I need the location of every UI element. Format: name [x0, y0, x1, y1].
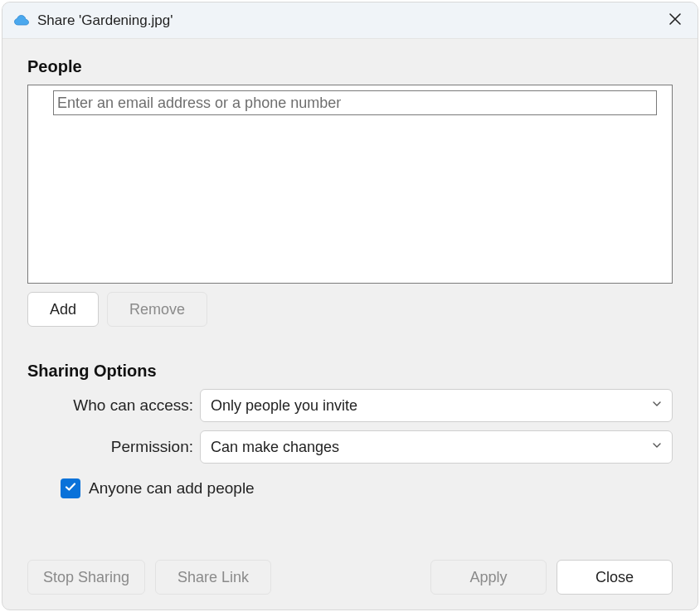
anyone-can-add-checkbox[interactable]: [61, 478, 80, 498]
check-icon: [64, 480, 77, 497]
sharing-options-section: Sharing Options Who can access: Only peo…: [27, 362, 673, 498]
footer-spacer: [281, 560, 420, 595]
permission-select-wrap: Can make changes: [200, 430, 673, 464]
who-can-access-label: Who can access:: [27, 396, 200, 415]
people-buttons-row: Add Remove: [27, 292, 673, 327]
anyone-can-add-label: Anyone can add people: [89, 479, 255, 498]
who-can-access-select[interactable]: Only people you invite: [200, 389, 673, 422]
people-list-box: [27, 85, 673, 284]
dialog-content: People Add Remove Sharing Options Who ca…: [2, 39, 698, 610]
close-button[interactable]: Close: [557, 560, 673, 595]
remove-button[interactable]: Remove: [107, 292, 207, 327]
add-button[interactable]: Add: [27, 292, 99, 327]
anyone-can-add-row: Anyone can add people: [61, 478, 673, 498]
share-dialog: Share 'Gardening.jpg' People Add Remove …: [2, 2, 698, 610]
permission-row: Permission: Can make changes: [27, 430, 673, 464]
cloud-icon: [12, 12, 31, 30]
people-input-container: [53, 90, 657, 115]
stop-sharing-button[interactable]: Stop Sharing: [27, 560, 145, 595]
people-heading: People: [27, 57, 673, 76]
permission-select[interactable]: Can make changes: [200, 430, 673, 464]
who-can-access-select-wrap: Only people you invite: [200, 389, 673, 422]
share-link-button[interactable]: Share Link: [155, 560, 271, 595]
apply-button[interactable]: Apply: [430, 560, 547, 595]
permission-label: Permission:: [27, 438, 200, 456]
people-email-input[interactable]: [53, 90, 657, 115]
sharing-options-heading: Sharing Options: [27, 362, 673, 381]
titlebar: Share 'Gardening.jpg': [2, 2, 698, 39]
window-title: Share 'Gardening.jpg': [37, 12, 663, 29]
footer-buttons: Stop Sharing Share Link Apply Close: [27, 535, 673, 595]
who-can-access-row: Who can access: Only people you invite: [27, 389, 673, 422]
close-window-button[interactable]: [663, 8, 688, 33]
close-icon: [668, 12, 683, 29]
